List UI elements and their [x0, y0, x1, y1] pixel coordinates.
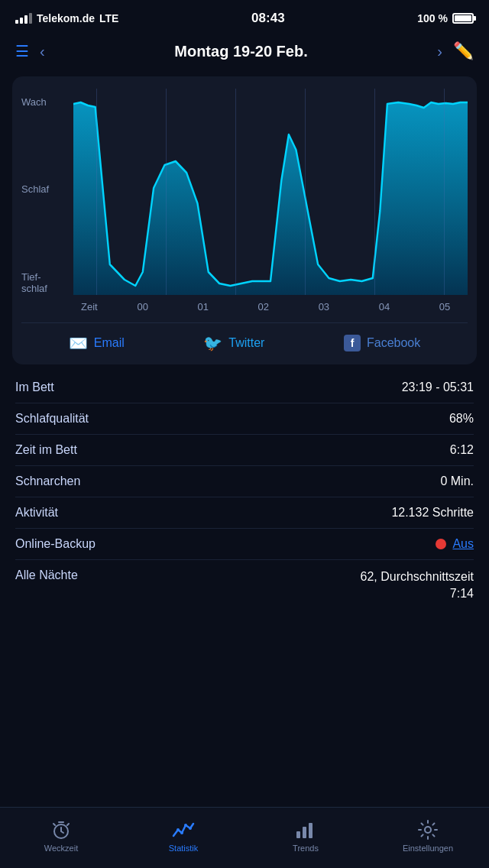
stat-im-bett: Im Bett 23:19 - 05:31: [15, 372, 474, 403]
carrier-label: Telekom.de: [37, 12, 95, 24]
svg-point-3: [180, 831, 183, 834]
twitter-label: Twitter: [228, 336, 264, 350]
battery-percent: 100 %: [417, 12, 448, 24]
grid-line-1: [96, 89, 97, 295]
sleep-chart-card: Wach Schlaf Tief-schlaf: [12, 76, 477, 364]
nav-label-einstellungen: Einstellungen: [403, 844, 453, 853]
signal-icon: [15, 13, 32, 24]
email-share-button[interactable]: ✉️ Email: [69, 334, 125, 352]
grid-line-4: [305, 89, 306, 295]
y-label-wach: Wach: [21, 96, 73, 108]
chart-y-labels: Wach Schlaf Tief-schlaf: [21, 89, 73, 318]
facebook-icon: f: [344, 335, 361, 351]
forward-button[interactable]: ›: [437, 43, 442, 60]
status-time: 08:43: [251, 11, 284, 26]
statistik-icon: [172, 819, 195, 840]
nav-label-trends: Trends: [293, 844, 319, 853]
status-left: Telekom.de LTE: [15, 12, 118, 24]
alarm-icon: [50, 819, 72, 840]
stat-value-schlafqualitaet: 68%: [244, 412, 474, 426]
grid-line-2: [166, 89, 167, 295]
twitter-icon: 🐦: [203, 334, 222, 352]
stat-schnarchen: Schnarchen 0 Min.: [15, 466, 474, 497]
trends-icon: [295, 819, 316, 840]
chart-plot: [73, 89, 468, 295]
share-row: ✉️ Email 🐦 Twitter f Facebook: [21, 322, 468, 357]
chart-grid: [73, 89, 468, 295]
settings-icon: [417, 819, 439, 840]
hamburger-icon[interactable]: ☰: [15, 42, 29, 60]
network-label: LTE: [99, 12, 118, 24]
svg-rect-7: [303, 827, 306, 838]
bottom-nav: Weckzeit Statistik Trends Einstellungen: [0, 807, 489, 868]
stat-aktivitaet: Aktivität 12.132 Schritte: [15, 497, 474, 529]
stat-value-zeit-im-bett: 6:12: [244, 443, 474, 457]
nav-item-trends[interactable]: Trends: [244, 819, 367, 853]
facebook-label: Facebook: [367, 336, 420, 350]
stat-value-online-backup: Aus: [244, 537, 474, 551]
svg-rect-6: [296, 831, 300, 838]
grid-line-5: [374, 89, 375, 295]
y-label-schlaf: Schlaf: [21, 183, 73, 196]
stat-value-im-bett: 23:19 - 05:31: [244, 381, 474, 394]
stat-label-aktivitaet: Aktivität: [15, 506, 244, 520]
stat-label-online-backup: Online-Backup: [15, 537, 244, 551]
x-label-05: 05: [429, 301, 460, 313]
stat-alle-naechte: Alle Nächte 62, Durchschnittszeit7:14: [15, 560, 474, 611]
x-label-02: 02: [248, 301, 279, 313]
svg-point-10: [425, 827, 431, 833]
nav-label-weckzeit: Weckzeit: [44, 844, 78, 853]
stat-value-alle-naechte: 62, Durchschnittszeit7:14: [244, 568, 474, 603]
status-right: 100 %: [417, 12, 474, 24]
edit-icon[interactable]: ✏️: [453, 41, 474, 61]
nav-right-controls: › ✏️: [437, 41, 474, 61]
backup-status-dot: [436, 539, 446, 549]
nav-left-controls: ☰ ‹: [15, 42, 45, 60]
stat-online-backup: Online-Backup Aus: [15, 529, 474, 560]
stats-section: Im Bett 23:19 - 05:31 Schlafqualität 68%…: [0, 364, 489, 611]
svg-point-4: [184, 824, 187, 827]
svg-rect-8: [309, 823, 313, 838]
stat-label-schnarchen: Schnarchen: [15, 474, 244, 488]
grid-line-6: [444, 89, 445, 295]
nav-header: ☰ ‹ Montag 19-20 Feb. › ✏️: [0, 34, 489, 69]
chart-x-labels: Zeit 00 01 02 03 04 05: [73, 295, 468, 318]
email-label: Email: [94, 336, 125, 350]
nav-label-statistik: Statistik: [169, 844, 199, 853]
battery-icon: [452, 13, 474, 24]
back-button[interactable]: ‹: [40, 43, 45, 60]
nav-item-einstellungen[interactable]: Einstellungen: [367, 819, 489, 853]
x-label-01: 01: [188, 301, 219, 313]
status-bar: Telekom.de LTE 08:43 100 %: [0, 0, 489, 34]
facebook-share-button[interactable]: f Facebook: [344, 335, 420, 351]
y-label-tiefschlaf: Tief-schlaf: [21, 271, 73, 295]
backup-link[interactable]: Aus: [452, 537, 474, 551]
x-label-00: 00: [128, 301, 158, 313]
stat-label-im-bett: Im Bett: [15, 381, 244, 394]
x-label-03: 03: [309, 301, 339, 313]
svg-point-5: [189, 827, 192, 830]
svg-point-2: [176, 828, 180, 831]
nav-item-statistik[interactable]: Statistik: [122, 819, 244, 853]
stat-schlafqualitaet: Schlafqualität 68%: [15, 403, 474, 435]
nav-item-weckzeit[interactable]: Weckzeit: [0, 819, 122, 853]
stat-value-schnarchen: 0 Min.: [244, 474, 474, 488]
email-icon: ✉️: [69, 334, 88, 352]
stat-value-aktivitaet: 12.132 Schritte: [244, 506, 474, 520]
page-title: Montag 19-20 Feb.: [174, 43, 307, 60]
x-label-zeit: Zeit: [81, 301, 98, 313]
stat-label-alle-naechte: Alle Nächte: [15, 568, 244, 582]
stat-label-schlafqualitaet: Schlafqualität: [15, 412, 244, 426]
chart-area: Wach Schlaf Tief-schlaf: [21, 89, 468, 318]
stat-label-zeit-im-bett: Zeit im Bett: [15, 443, 244, 457]
x-label-04: 04: [369, 301, 400, 313]
stat-zeit-im-bett: Zeit im Bett 6:12: [15, 435, 474, 466]
twitter-share-button[interactable]: 🐦 Twitter: [203, 334, 264, 352]
grid-line-3: [235, 89, 236, 295]
